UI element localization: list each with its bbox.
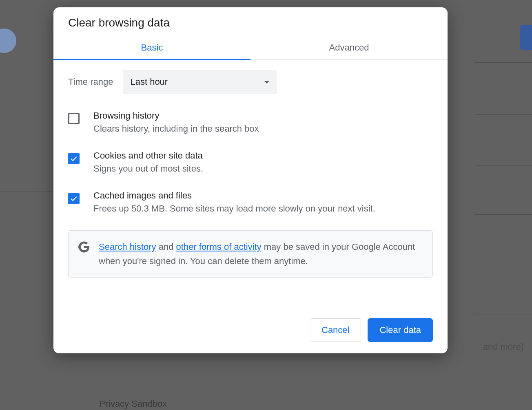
google-logo-icon [78, 241, 90, 253]
checkmark-icon [70, 194, 78, 203]
info-text: Search history and other forms of activi… [99, 240, 423, 268]
option-title: Cached images and files [93, 190, 375, 201]
tabs: Basic Advanced [53, 37, 448, 60]
option-title: Browsing history [93, 110, 259, 121]
checkmark-icon [70, 154, 78, 163]
option-browsing-history: Browsing history Clears history, includi… [68, 110, 433, 134]
checkbox-cached[interactable] [68, 193, 80, 204]
option-cookies: Cookies and other site data Signs you ou… [68, 150, 433, 174]
avatar-circle [0, 29, 16, 53]
clear-data-button[interactable]: Clear data [368, 318, 433, 342]
divider [475, 214, 532, 215]
divider [475, 62, 532, 63]
option-text: Cached images and files Frees up 50.3 MB… [93, 190, 375, 214]
option-desc: Signs you out of most sites. [93, 163, 203, 174]
divider [475, 114, 532, 115]
option-title: Cookies and other site data [93, 150, 203, 161]
checkbox-cookies[interactable] [68, 153, 80, 164]
tab-advanced[interactable]: Advanced [250, 37, 448, 60]
divider [0, 192, 57, 192]
option-desc: Clears history, including in the search … [93, 123, 259, 134]
divider [475, 315, 532, 315]
checkbox-browsing-history[interactable] [68, 113, 80, 124]
time-range-value: Last hour [130, 77, 168, 87]
background-text: Privacy Sandbox [100, 399, 167, 409]
dialog-footer: Cancel Clear data [53, 278, 448, 345]
other-activity-link[interactable]: other forms of activity [176, 242, 262, 252]
divider [475, 165, 532, 165]
background-button [520, 25, 532, 50]
divider [475, 265, 532, 265]
clear-browsing-data-dialog: Clear browsing data Basic Advanced Time … [53, 7, 448, 353]
dialog-title: Clear browsing data [53, 7, 448, 37]
option-text: Browsing history Clears history, includi… [93, 110, 259, 134]
option-text: Cookies and other site data Signs you ou… [93, 150, 203, 174]
google-account-info-box: Search history and other forms of activi… [68, 230, 433, 278]
option-desc: Frees up 50.3 MB. Some sites may load mo… [93, 203, 375, 214]
search-history-link[interactable]: Search history [99, 242, 156, 252]
time-range-row: Time range Last hour [68, 70, 433, 94]
background-text: and more) [483, 342, 524, 352]
divider [475, 365, 532, 365]
chevron-down-icon [264, 81, 270, 84]
dialog-body: Time range Last hour Browsing history Cl… [53, 60, 448, 278]
option-cached: Cached images and files Frees up 50.3 MB… [68, 190, 433, 214]
tab-basic[interactable]: Basic [53, 37, 250, 60]
cancel-button[interactable]: Cancel [310, 318, 361, 342]
time-range-select[interactable]: Last hour [123, 70, 277, 94]
divider [0, 365, 57, 365]
time-range-label: Time range [68, 77, 113, 87]
